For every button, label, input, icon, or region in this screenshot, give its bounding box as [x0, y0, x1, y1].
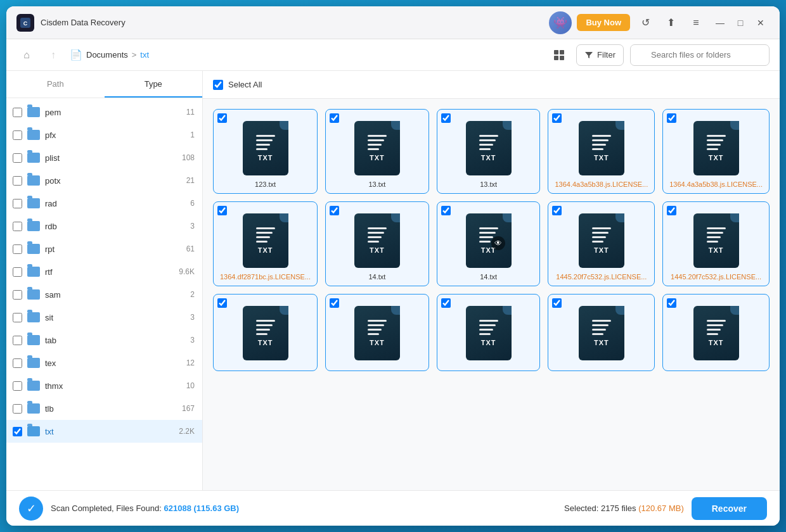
file-card[interactable]: TXT123.txt: [213, 109, 318, 194]
recover-button[interactable]: Recover: [692, 497, 767, 520]
sidebar-item[interactable]: tab3: [6, 329, 202, 352]
sidebar-item-checkbox[interactable]: [13, 199, 22, 208]
refresh-button[interactable]: ↺: [635, 13, 655, 33]
tab-type[interactable]: Type: [105, 71, 203, 98]
file-card[interactable]: TXT: [213, 294, 318, 371]
search-input[interactable]: [630, 44, 770, 66]
file-card-checkbox[interactable]: [217, 113, 227, 123]
sidebar-item-checkbox[interactable]: [13, 244, 22, 254]
upload-button[interactable]: ⬆: [660, 13, 681, 33]
home-button[interactable]: ⌂: [16, 45, 37, 65]
sidebar-item-name: rpt: [45, 244, 171, 254]
file-card-checkbox[interactable]: [667, 298, 676, 308]
file-card[interactable]: TXT1364.4a3a5b38.js.LICENSE...: [662, 109, 770, 194]
file-card-checkbox[interactable]: [552, 206, 562, 215]
minimize-button[interactable]: —: [711, 14, 729, 32]
file-card-checkbox[interactable]: [552, 298, 562, 308]
file-card-checkbox[interactable]: [330, 298, 339, 308]
file-card[interactable]: TXT13.txt: [437, 109, 541, 194]
sidebar-item-checkbox[interactable]: [13, 358, 22, 368]
file-card[interactable]: TXT: [548, 294, 655, 371]
filter-button[interactable]: Filter: [576, 44, 624, 66]
sidebar-item-count: 2: [176, 290, 195, 299]
file-thumbnail: TXT👁: [463, 212, 514, 269]
sidebar-item-count: 10: [176, 381, 195, 390]
sidebar-item-checkbox[interactable]: [13, 313, 22, 322]
sidebar-item-count: 3: [176, 336, 195, 345]
sidebar-item[interactable]: rad6: [6, 192, 202, 215]
file-card-name: 13.txt: [331, 180, 423, 188]
scan-complete-icon: ✓: [19, 497, 43, 521]
file-card-checkbox[interactable]: [441, 298, 451, 308]
file-thumbnail: TXT: [691, 212, 742, 269]
sidebar-item-checkbox[interactable]: [13, 427, 22, 436]
select-all-checkbox[interactable]: [213, 80, 223, 90]
file-card-checkbox[interactable]: [552, 113, 562, 123]
sidebar-item[interactable]: rdb3: [6, 215, 202, 238]
file-card-name: 123.txt: [219, 180, 312, 188]
preview-overlay-icon[interactable]: 👁: [491, 236, 505, 250]
sidebar-item[interactable]: tex12: [6, 352, 202, 374]
close-button[interactable]: ✕: [752, 14, 770, 32]
sidebar-item[interactable]: pem11: [6, 101, 202, 124]
file-card-checkbox[interactable]: [330, 206, 339, 215]
tab-path[interactable]: Path: [6, 71, 105, 98]
breadcrumb-documents[interactable]: Documents: [86, 50, 128, 60]
file-thumbnail: TXT: [463, 120, 514, 177]
sidebar-item[interactable]: rpt61: [6, 238, 202, 260]
sidebar-item-name: sam: [45, 290, 171, 300]
file-card-checkbox[interactable]: [441, 206, 451, 215]
select-all-bar: Select All: [203, 71, 780, 99]
sidebar-item-checkbox[interactable]: [13, 290, 22, 300]
sidebar-item-checkbox[interactable]: [13, 222, 22, 231]
sidebar-item-checkbox[interactable]: [13, 153, 22, 163]
sidebar-item[interactable]: rtf9.6K: [6, 260, 202, 283]
file-card[interactable]: TXT: [437, 294, 541, 371]
sidebar-item[interactable]: plist108: [6, 146, 202, 169]
sidebar-item[interactable]: potx21: [6, 169, 202, 192]
sidebar-item-checkbox[interactable]: [13, 336, 22, 345]
file-card[interactable]: TXT14.txt: [325, 201, 429, 286]
sidebar-item[interactable]: thmx10: [6, 374, 202, 397]
sidebar-item-count: 3: [176, 222, 195, 231]
file-card[interactable]: TXT👁14.txt: [437, 201, 541, 286]
file-card[interactable]: TXT: [662, 294, 770, 371]
file-type-label: TXT: [481, 154, 496, 162]
file-card-checkbox[interactable]: [330, 113, 339, 123]
file-card[interactable]: TXT1445.20f7c532.js.LICENSE...: [548, 201, 655, 286]
file-card-checkbox[interactable]: [217, 206, 227, 215]
sidebar-item-checkbox[interactable]: [13, 130, 22, 140]
maximize-button[interactable]: □: [731, 14, 749, 32]
sidebar-item-checkbox[interactable]: [13, 176, 22, 186]
back-button[interactable]: ↑: [43, 45, 63, 65]
sidebar-item-checkbox[interactable]: [13, 404, 22, 414]
sidebar-item[interactable]: sit3: [6, 306, 202, 329]
sidebar-item-count: 6: [176, 199, 195, 208]
sidebar-item-count: 9.6K: [176, 267, 195, 276]
txt-file-icon: TXT: [466, 121, 512, 175]
file-card[interactable]: TXT13.txt: [325, 109, 429, 194]
file-card[interactable]: TXT1364.4a3a5b38.js.LICENSE...: [548, 109, 655, 194]
file-card-checkbox[interactable]: [217, 298, 227, 308]
file-card-checkbox[interactable]: [441, 113, 451, 123]
sidebar-item[interactable]: txt2.2K: [6, 420, 202, 443]
sidebar-item-count: 21: [176, 176, 195, 185]
sidebar-item[interactable]: tlb167: [6, 397, 202, 420]
breadcrumb-current[interactable]: txt: [140, 50, 149, 60]
menu-button[interactable]: ≡: [686, 13, 706, 33]
sidebar-item-checkbox[interactable]: [13, 108, 22, 117]
buy-now-button[interactable]: Buy Now: [577, 14, 630, 31]
file-card[interactable]: TXT: [325, 294, 429, 371]
file-card[interactable]: TXT1445.20f7c532.js.LICENSE...: [662, 201, 770, 286]
grid-view-button[interactable]: [548, 44, 570, 66]
file-card[interactable]: TXT1364.df2871bc.js.LICENSE...: [213, 201, 318, 286]
sidebar-item-name: tab: [45, 336, 171, 345]
folder-icon: [27, 198, 40, 208]
sidebar-item-checkbox[interactable]: [13, 381, 22, 391]
file-card-checkbox[interactable]: [667, 206, 676, 215]
file-card-checkbox[interactable]: [667, 113, 676, 123]
sidebar-item-checkbox[interactable]: [13, 267, 22, 277]
sidebar-item[interactable]: sam2: [6, 283, 202, 306]
sidebar-item[interactable]: pfx1: [6, 124, 202, 146]
file-type-label: TXT: [594, 339, 609, 346]
